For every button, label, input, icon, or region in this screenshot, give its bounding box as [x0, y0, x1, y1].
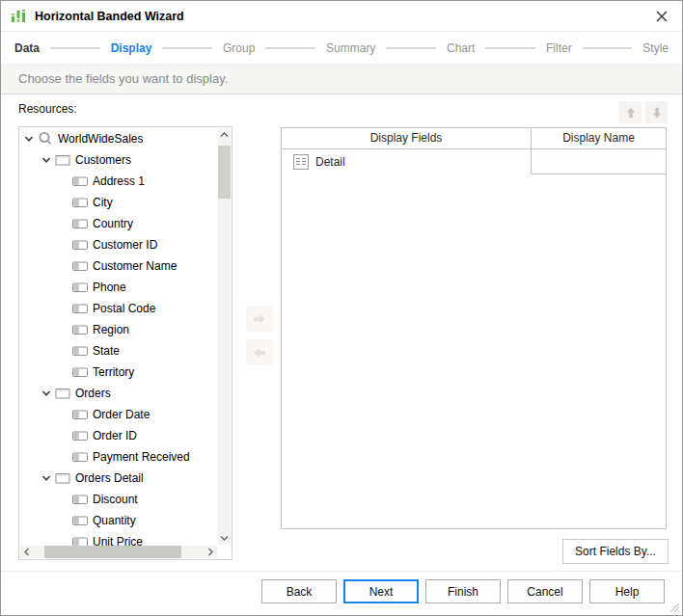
field-icon	[72, 428, 88, 443]
table-header: Display Fields Display Name	[282, 128, 666, 149]
move-left-button[interactable]	[246, 339, 273, 365]
tree-item-state[interactable]: State	[20, 340, 218, 362]
tree-item-region[interactable]: Region	[20, 319, 218, 340]
wizard-dialog: Horizontal Banded Wizard Data Display Gr…	[0, 0, 683, 616]
help-button[interactable]: Help	[589, 579, 665, 603]
tree-item-order-id[interactable]: Order ID	[20, 425, 218, 446]
tree-item-label: Order Date	[93, 408, 150, 421]
tree-item-customer-id[interactable]: Customer ID	[20, 234, 218, 255]
detail-icon	[293, 154, 309, 170]
field-icon	[72, 195, 88, 210]
window-title: Horizontal Banded Wizard	[35, 10, 184, 23]
tree-item-quantity[interactable]: Quantity	[20, 510, 218, 531]
field-icon	[72, 364, 88, 380]
chevron-down-icon[interactable]	[24, 131, 38, 147]
move-down-button[interactable]	[645, 101, 668, 123]
tree-item-address-1[interactable]: Address 1	[20, 171, 218, 192]
back-button[interactable]: Back	[261, 579, 337, 603]
column-header-display-name: Display Name	[532, 128, 666, 148]
tree-item-postal-code[interactable]: Postal Code	[20, 298, 218, 319]
step-description: Choose the fields you want to display.	[1, 64, 682, 94]
table-row[interactable]: Detail	[282, 149, 666, 174]
tree-item-city[interactable]: City	[20, 192, 218, 213]
move-right-icon	[252, 311, 267, 327]
chevron-down-icon[interactable]	[41, 470, 55, 486]
step-chart[interactable]: Chart	[447, 41, 475, 55]
wizard-icon	[11, 9, 26, 24]
field-icon	[72, 449, 88, 465]
field-icon	[72, 322, 88, 337]
tree-item-phone[interactable]: Phone	[20, 277, 218, 298]
finish-button[interactable]: Finish	[425, 579, 501, 603]
move-left-icon	[252, 345, 267, 361]
resource-tree: WorldWideSalesCustomersAddress 1CityCoun…	[18, 126, 232, 560]
scroll-up-icon[interactable]	[218, 128, 231, 142]
tree-item-label: Orders Detail	[75, 471, 144, 485]
tree-item-customers[interactable]: Customers	[20, 149, 218, 171]
vertical-scrollbar[interactable]	[218, 128, 231, 545]
field-icon	[72, 301, 88, 316]
step-nav: Data Display Group Summary Chart Filter …	[1, 32, 682, 64]
next-button[interactable]: Next	[343, 579, 419, 603]
tree-item-orders[interactable]: Orders	[20, 383, 218, 404]
resources-label: Resources:	[18, 102, 77, 116]
column-header-display-fields: Display Fields	[282, 128, 532, 148]
step-connector	[265, 47, 315, 49]
sort-fields-button[interactable]: Sort Fields By...	[562, 539, 669, 564]
step-data[interactable]: Data	[14, 41, 40, 55]
close-button[interactable]	[653, 8, 670, 25]
tree-item-orders-detail[interactable]: Orders Detail	[20, 468, 218, 489]
display-fields-table: Display Fields Display Name Detail	[281, 127, 667, 529]
field-icon	[72, 174, 88, 189]
horizontal-scroll-thumb[interactable]	[44, 546, 181, 558]
cancel-button[interactable]: Cancel	[507, 579, 583, 603]
tree-item-discount[interactable]: Discount	[20, 489, 218, 510]
field-icon	[72, 513, 88, 528]
tree-item-label: Quantity	[93, 514, 136, 527]
table-icon	[55, 470, 70, 486]
chevron-down-icon[interactable]	[41, 386, 55, 401]
tree-item-worldwidesales[interactable]: WorldWideSales	[20, 128, 218, 149]
horizontal-scrollbar[interactable]	[20, 546, 217, 558]
tree-item-label: Customer ID	[93, 238, 157, 252]
scroll-right-icon[interactable]	[204, 546, 217, 558]
tree-item-label: Region	[93, 323, 129, 336]
field-icon	[72, 237, 88, 253]
title-bar: Horizontal Banded Wizard	[1, 1, 682, 32]
display-field-cell[interactable]: Detail	[282, 149, 531, 174]
tree-item-label: State	[93, 344, 120, 358]
tree-item-label: Address 1	[93, 174, 145, 188]
vertical-scroll-thumb[interactable]	[218, 146, 231, 199]
tree-item-territory[interactable]: Territory	[20, 362, 218, 383]
tree-item-country[interactable]: Country	[20, 213, 218, 234]
chevron-down-icon[interactable]	[41, 152, 55, 168]
tree-item-label: Phone	[93, 281, 126, 294]
tree-item-label: Discount	[93, 493, 138, 506]
display-name-cell[interactable]	[531, 149, 666, 174]
step-group[interactable]: Group	[223, 41, 255, 55]
tree-item-customer-name[interactable]: Customer Name	[20, 255, 218, 277]
step-display[interactable]: Display	[111, 41, 152, 55]
close-icon	[656, 11, 668, 22]
field-icon	[72, 216, 88, 231]
tree-item-payment-received[interactable]: Payment Received	[20, 446, 218, 468]
tree-item-label: Payment Received	[93, 450, 190, 464]
scroll-down-icon[interactable]	[218, 531, 231, 545]
move-up-button[interactable]	[619, 101, 642, 123]
field-icon	[72, 407, 88, 422]
tree-item-unit-price[interactable]: Unit Price	[20, 531, 218, 546]
table-icon	[55, 152, 70, 168]
tree-item-label: Postal Code	[93, 302, 155, 315]
step-summary[interactable]: Summary	[326, 41, 375, 55]
tree-item-order-date[interactable]: Order Date	[20, 404, 218, 425]
step-connector	[583, 47, 633, 49]
step-style[interactable]: Style	[642, 41, 669, 55]
step-filter[interactable]: Filter	[546, 41, 572, 55]
step-connector	[50, 47, 100, 49]
tree-item-label: Customers	[75, 153, 131, 167]
tree-item-label: City	[93, 196, 113, 209]
tree-item-label: Territory	[93, 365, 134, 379]
resize-grip-icon[interactable]	[669, 603, 680, 613]
scroll-left-icon[interactable]	[20, 546, 34, 558]
move-right-button[interactable]	[246, 306, 273, 332]
